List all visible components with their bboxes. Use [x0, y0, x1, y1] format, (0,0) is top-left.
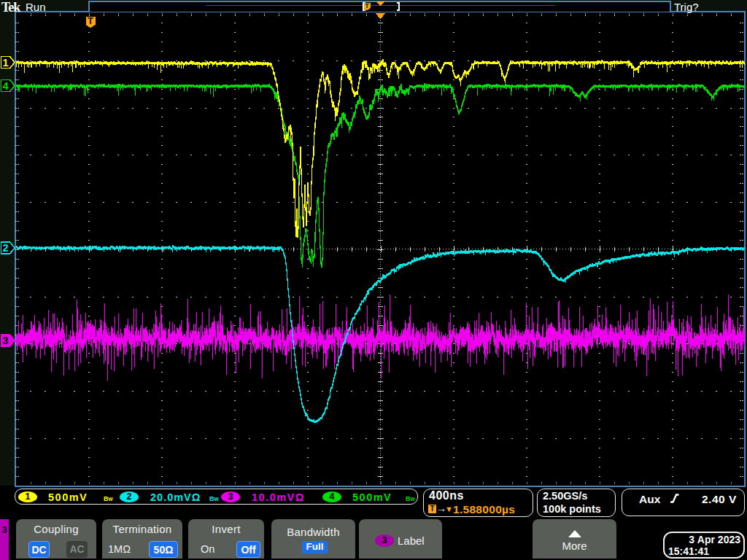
- svg-text:T: T: [365, 2, 369, 9]
- svg-text:2: 2: [2, 242, 8, 254]
- svg-text:4: 4: [2, 80, 8, 92]
- svg-text:1: 1: [2, 57, 8, 69]
- svg-text:3: 3: [2, 335, 8, 346]
- svg-text:T: T: [88, 15, 93, 26]
